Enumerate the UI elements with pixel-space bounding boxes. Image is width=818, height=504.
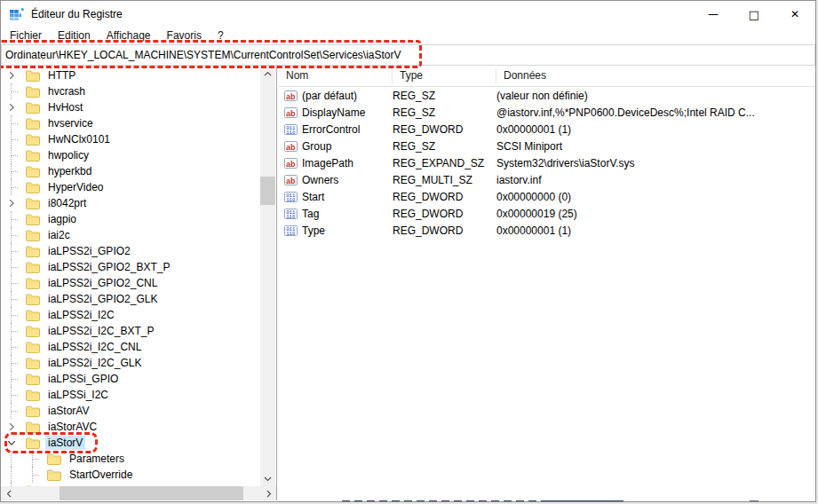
tree-item-label[interactable]: iaLPSSi_GPIO xyxy=(45,372,121,386)
tree-item-ialpss2i_i2c_cnl[interactable]: iaLPSS2i_I2C_CNL xyxy=(1,339,260,355)
tree-item-hvcrash[interactable]: hvcrash xyxy=(1,83,260,99)
tree-item-hyperkbd[interactable]: hyperkbd xyxy=(1,163,260,179)
watermark-strip xyxy=(750,500,758,502)
tree-item-label[interactable]: HvHost xyxy=(45,100,85,114)
chevron-down-icon[interactable] xyxy=(4,435,19,451)
tree-item-label[interactable]: iaLPSS2i_I2C_BXT_P xyxy=(45,324,156,338)
folder-icon xyxy=(47,453,61,465)
tree-item-label[interactable]: iagpio xyxy=(45,212,79,226)
chevron-right-icon[interactable] xyxy=(4,67,19,83)
menu-item-?[interactable]: ? xyxy=(210,28,232,44)
folder-icon xyxy=(26,166,40,177)
folder-icon xyxy=(26,390,40,401)
minimize-button[interactable]: — xyxy=(693,1,734,28)
maximize-button[interactable]: □ xyxy=(734,1,774,28)
scroll-right-icon[interactable] xyxy=(261,486,276,500)
tree-item-label[interactable]: HyperVideo xyxy=(45,180,106,194)
tree-item-hwpolicy[interactable]: hwpolicy xyxy=(1,147,260,163)
scroll-left-icon[interactable] xyxy=(1,486,16,500)
value-name: Start xyxy=(302,191,393,203)
tree-item-ialpssi_gpio[interactable]: iaLPSSi_GPIO xyxy=(1,371,260,387)
tree-item-iastorav[interactable]: iaStorAV xyxy=(1,403,260,419)
scroll-up-icon[interactable] xyxy=(260,66,275,81)
tree-item-http[interactable]: HTTP xyxy=(1,67,260,83)
chevron-right-icon[interactable] xyxy=(4,195,19,211)
tree-item-ialpss2i_gpio2_glk[interactable]: iaLPSS2i_GPIO2_GLK xyxy=(1,291,260,307)
vertical-scroll-thumb[interactable] xyxy=(260,177,275,205)
tree-item-label[interactable]: i8042prt xyxy=(45,196,89,210)
value-row-imagepath[interactable]: abImagePathREG_EXPAND_SZSystem32\drivers… xyxy=(279,154,815,171)
menu-item-favoris[interactable]: Favoris xyxy=(159,28,210,44)
window-title: Éditeur du Registre xyxy=(31,8,123,20)
tree-item-ialpss2i_gpio2_bxt_p[interactable]: iaLPSS2i_GPIO2_BXT_P xyxy=(1,259,260,275)
tree-item-label[interactable]: hvcrash xyxy=(45,84,88,98)
tree-item-label[interactable]: HTTP xyxy=(45,68,78,83)
column-header-type[interactable]: Type xyxy=(393,68,496,83)
menu-item-fichier[interactable]: Fichier xyxy=(2,28,50,44)
menu-item-affichage[interactable]: Affichage xyxy=(99,28,159,44)
column-header-name[interactable]: Nom xyxy=(279,68,393,83)
tree-item-label[interactable]: HwNClx0101 xyxy=(45,132,113,146)
column-header-data[interactable]: Données xyxy=(496,68,815,83)
tree-item-label[interactable]: iaLPSSi_I2C xyxy=(45,388,111,402)
tree-item-ialpss2i_i2c_glk[interactable]: iaLPSS2i_I2C_GLK xyxy=(1,355,260,371)
tree-item-label[interactable]: iaStorV xyxy=(45,436,85,450)
chevron-right-icon[interactable] xyxy=(4,419,19,435)
chevron-right-icon[interactable] xyxy=(4,99,19,115)
value-data: 0x00000000 (0) xyxy=(496,191,815,203)
tree-item-label[interactable]: iaLPSS2i_I2C_GLK xyxy=(45,356,144,370)
tree-item-hypervideo[interactable]: HyperVideo xyxy=(1,179,260,195)
tree-vertical-scrollbar[interactable] xyxy=(260,66,275,486)
tree-item-label[interactable]: hvservice xyxy=(45,116,96,130)
tree-item-ialpss2i_i2c[interactable]: iaLPSS2i_I2C xyxy=(1,307,260,323)
tree-item-label[interactable]: iaLPSS2i_GPIO2_BXT_P xyxy=(45,260,172,274)
tree-item-iastorv[interactable]: iaStorV xyxy=(1,435,260,451)
tree-item-label[interactable]: hwpolicy xyxy=(45,148,91,162)
tree-item-ialpss2i_gpio2_cnl[interactable]: iaLPSS2i_GPIO2_CNL xyxy=(1,275,260,291)
tree-item-iastoravc[interactable]: iaStorAVC xyxy=(1,419,260,435)
folder-icon xyxy=(26,421,40,433)
folder-icon xyxy=(26,230,40,241)
value-row-errorcontrol[interactable]: 011110ErrorControlREG_DWORD0x00000001 (1… xyxy=(279,121,815,138)
tree-item-ialpss2i_gpio2[interactable]: iaLPSS2i_GPIO2 xyxy=(1,243,260,259)
tree-item-iai2c[interactable]: iai2c xyxy=(1,227,260,243)
tree-item-label[interactable]: iaStorAVC xyxy=(45,420,99,434)
value-row-start[interactable]: 011110StartREG_DWORD0x00000000 (0) xyxy=(279,188,815,205)
menu-item-edition[interactable]: Edition xyxy=(50,28,99,44)
tree-item-iagpio[interactable]: iagpio xyxy=(1,211,260,227)
value-row-type[interactable]: 011110TypeREG_DWORD0x00000001 (1) xyxy=(279,222,815,239)
tree-item-parameters[interactable]: Parameters xyxy=(1,451,260,467)
tree-item-label[interactable]: StartOverride xyxy=(67,468,135,482)
value-row-group[interactable]: abGroupREG_SZSCSI Miniport xyxy=(279,138,815,154)
tree-item-label[interactable]: iaStorAV xyxy=(45,404,91,418)
tree-item-ialpss2i_i2c_bxt_p[interactable]: iaLPSS2i_I2C_BXT_P xyxy=(1,323,260,339)
folder-icon xyxy=(26,102,40,114)
folder-icon xyxy=(26,437,40,449)
value-row-displayname[interactable]: abDisplayNameREG_SZ@iastorv.inf,%*PNP060… xyxy=(279,104,815,121)
tree-item-hvservice[interactable]: hvservice xyxy=(1,115,260,131)
tree-item-label[interactable]: iaLPSS2i_GPIO2_GLK xyxy=(45,292,160,306)
tree-item-label[interactable]: hyperkbd xyxy=(45,164,94,178)
tree-item-label[interactable]: iaLPSS2i_GPIO2 xyxy=(45,244,133,258)
value-row-tag[interactable]: 011110TagREG_DWORD0x00000019 (25) xyxy=(279,205,815,222)
tree-item-label[interactable]: Parameters xyxy=(67,452,127,466)
tree-item-i8042prt[interactable]: i8042prt xyxy=(1,195,260,211)
value-row-pardfaut[interactable]: ab(par défaut)REG_SZ(valeur non définie) xyxy=(279,87,815,104)
tree-item-startoverride[interactable]: StartOverride xyxy=(1,467,260,483)
folder-icon xyxy=(26,278,40,289)
value-data: (valeur non définie) xyxy=(496,90,815,102)
tree-item-label[interactable]: iai2c xyxy=(45,228,73,242)
scroll-down-icon[interactable] xyxy=(260,471,275,486)
close-button[interactable]: ✕ xyxy=(774,1,815,28)
horizontal-scroll-thumb[interactable] xyxy=(60,486,243,500)
address-input[interactable] xyxy=(1,44,815,66)
value-row-owners[interactable]: abOwnersREG_MULTI_SZiastorv.inf xyxy=(279,171,815,188)
tree-item-label[interactable]: iaLPSS2i_GPIO2_CNL xyxy=(45,276,160,290)
tree-horizontal-scrollbar[interactable] xyxy=(1,486,276,500)
tree-item-ialpssi_i2c[interactable]: iaLPSSi_I2C xyxy=(1,387,260,403)
tree-guide-line xyxy=(4,243,19,259)
tree-item-label[interactable]: iaLPSS2i_I2C_CNL xyxy=(45,340,144,354)
tree-item-label[interactable]: iaLPSS2i_I2C xyxy=(45,308,117,322)
tree-item-hvhost[interactable]: HvHost xyxy=(1,99,260,115)
tree-item-hwnclx0101[interactable]: HwNClx0101 xyxy=(1,131,260,147)
